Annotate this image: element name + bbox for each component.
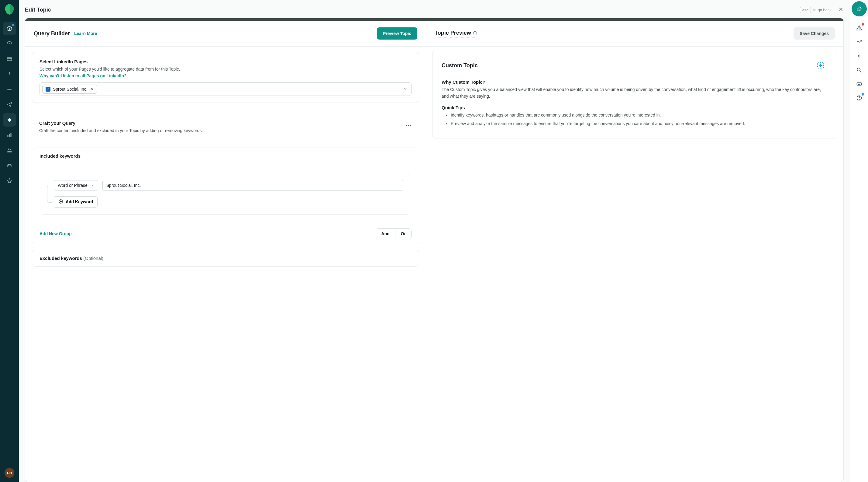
custom-topic-card: Custom Topic: [432, 51, 837, 138]
svg-point-7: [8, 166, 9, 166]
svg-rect-0: [7, 58, 12, 61]
svg-rect-21: [859, 27, 860, 29]
tips-list: Identify keywords, hashtags or handles t…: [442, 112, 828, 127]
keyboard-icon[interactable]: [852, 77, 866, 91]
nav-feeds[interactable]: [3, 52, 16, 66]
preview-topic-button[interactable]: Preview Topic: [377, 27, 417, 39]
svg-point-23: [857, 68, 860, 71]
included-keywords-block: Included keywords Word or Phrase: [32, 148, 419, 244]
keyword-type-select[interactable]: Word or Phrase: [54, 180, 98, 191]
query-builder-pane: Query Builder Learn More Preview Topic S…: [25, 21, 426, 482]
panel-cap: [25, 18, 843, 21]
included-keywords-title: Included keywords: [32, 148, 419, 164]
linkedin-help-link[interactable]: Why can't I listen to all Pages on Linke…: [39, 73, 126, 78]
alerts-icon[interactable]: [852, 21, 866, 35]
nav-star[interactable]: [3, 174, 16, 188]
svg-point-5: [10, 149, 11, 150]
nav-listening[interactable]: [3, 113, 16, 126]
preview-title-text: Topic Preview: [435, 30, 471, 36]
add-new-group-link[interactable]: Add New Group: [39, 231, 72, 236]
nav-dashboard[interactable]: [3, 37, 16, 51]
esc-keycap: esc: [800, 7, 811, 13]
svg-rect-22: [859, 29, 860, 30]
svg-point-19: [825, 62, 826, 63]
svg-point-26: [859, 99, 860, 100]
svg-rect-15: [475, 32, 475, 32]
add-keyword-button[interactable]: Add Keyword: [54, 196, 98, 207]
nav-bot[interactable]: [3, 159, 16, 172]
excluded-keywords-block: Excluded keywords (Optional): [32, 250, 419, 266]
chip-remove-icon[interactable]: [90, 87, 94, 92]
excluded-title: Excluded keywords: [39, 256, 82, 261]
sidebar-right: [850, 0, 868, 482]
activity-icon[interactable]: [852, 35, 866, 49]
svg-point-18: [815, 68, 816, 68]
section-desc: Craft the content included and excluded …: [39, 127, 401, 134]
app-logo[interactable]: [5, 4, 14, 15]
alerts-badge: [862, 23, 864, 26]
qb-header: Query Builder Learn More Preview Topic: [25, 21, 426, 46]
help-icon[interactable]: [852, 91, 866, 105]
why-body: The Custom Topic gives you a balanced vi…: [442, 86, 828, 100]
keyword-input[interactable]: [102, 180, 403, 191]
keyword-group: Word or Phrase: [41, 173, 410, 215]
nav-inbox[interactable]: [3, 22, 16, 35]
search-icon[interactable]: [852, 63, 866, 77]
divider: [32, 142, 419, 142]
qb-title: Query Builder: [34, 30, 70, 37]
preview-title: Topic Preview: [435, 30, 477, 37]
sparkle-plus-icon: [810, 59, 828, 72]
sidebar-left: CH: [0, 0, 19, 482]
chevron-down-icon: [403, 86, 408, 92]
save-changes-button[interactable]: Save Changes: [794, 27, 835, 39]
linkedin-pages-select[interactable]: in Sprout Social, Inc.: [39, 82, 411, 96]
keyword-type-label: Word or Phrase: [58, 183, 88, 188]
info-icon[interactable]: [473, 30, 477, 36]
and-or-toggle: And Or: [376, 228, 412, 239]
nav-reports[interactable]: [3, 129, 16, 142]
svg-rect-3: [10, 133, 11, 137]
linkedin-icon: in: [45, 87, 51, 92]
topic-preview-pane: Topic Preview Save Changes: [426, 21, 843, 482]
or-button[interactable]: Or: [395, 229, 411, 239]
esc-hint: to go back: [813, 8, 832, 12]
more-options-icon[interactable]: [405, 122, 412, 130]
svg-point-8: [10, 166, 11, 166]
modal-title: Edit Topic: [25, 7, 800, 13]
svg-rect-24: [857, 83, 861, 85]
keyword-row: Word or Phrase: [54, 180, 403, 191]
svg-rect-14: [475, 33, 475, 34]
svg-point-20: [826, 67, 826, 68]
nav-inbox-badge: [12, 24, 14, 26]
divider: [426, 46, 843, 47]
section-title: Select LinkedIn Pages: [39, 59, 411, 64]
included-footer: Add New Group And Or: [32, 223, 419, 244]
learn-more-link[interactable]: Learn More: [74, 31, 97, 36]
section-desc: Select which of your Pages you'd like to…: [39, 66, 411, 72]
main-content: Edit Topic esc to go back Query Builder …: [19, 0, 850, 482]
nav-people[interactable]: [3, 144, 16, 157]
tip-item: Preview and analyze the sample messages …: [451, 120, 828, 127]
excluded-optional-label: (Optional): [83, 256, 103, 261]
linkedin-pages-section: Select LinkedIn Pages Select which of yo…: [32, 52, 419, 103]
help-badge: [862, 93, 864, 95]
nav-publish[interactable]: [3, 98, 16, 111]
close-button[interactable]: [838, 7, 844, 13]
and-button[interactable]: And: [376, 229, 395, 239]
linkedin-page-chip: in Sprout Social, Inc.: [42, 85, 97, 94]
plus-circle-icon: [58, 199, 63, 205]
craft-query-section: Craft your Query Craft the content inclu…: [32, 114, 419, 136]
divider: [25, 46, 426, 47]
links-icon[interactable]: [852, 49, 866, 63]
why-title: Why Custom Topic?: [442, 79, 828, 85]
section-title: Craft your Query: [39, 120, 401, 126]
nav-list[interactable]: [3, 83, 16, 96]
svg-point-9: [406, 125, 407, 126]
user-avatar[interactable]: CH: [5, 468, 14, 478]
nav-pins[interactable]: [3, 67, 16, 81]
svg-rect-2: [9, 134, 10, 137]
add-keyword-label: Add Keyword: [66, 199, 93, 204]
tip-item: Identify keywords, hashtags or handles t…: [451, 112, 828, 119]
modal-header: Edit Topic esc to go back: [25, 0, 844, 18]
compose-fab[interactable]: [851, 1, 867, 17]
